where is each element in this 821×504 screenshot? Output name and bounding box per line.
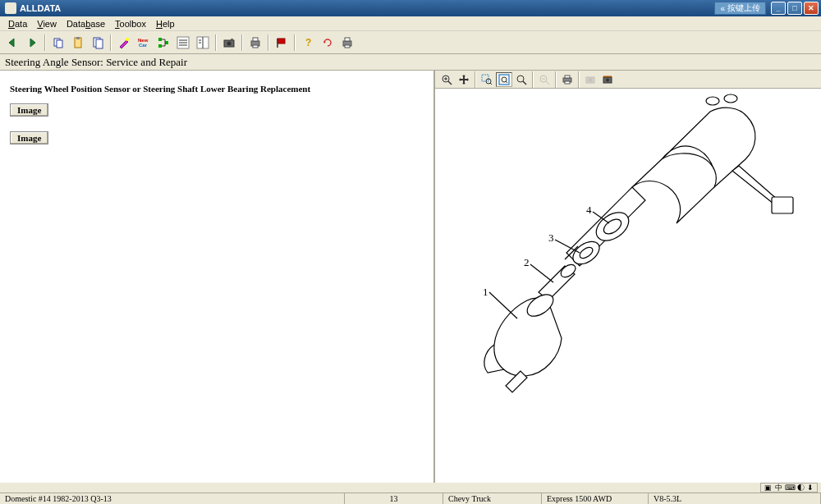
svg-line-45 — [546, 81, 549, 85]
status-bar: Domestic #14 1982-2013 Q3-13 13 Chevy Tr… — [0, 493, 821, 504]
window-controls: _ □ ✕ — [771, 2, 819, 15]
camera-icon[interactable] — [582, 72, 599, 87]
film-icon[interactable] — [599, 72, 616, 87]
svg-rect-49 — [565, 81, 570, 84]
forward-button[interactable] — [23, 34, 41, 52]
zoom-100-icon[interactable] — [513, 72, 530, 87]
svg-text:?: ? — [305, 37, 311, 48]
status-make: Chevy Truck — [443, 493, 542, 504]
back-button[interactable] — [3, 34, 21, 52]
svg-rect-10 — [158, 44, 162, 48]
svg-rect-22 — [231, 39, 233, 40]
diagram-label-2: 2 — [524, 256, 530, 268]
svg-rect-3 — [76, 37, 80, 39]
svg-point-53 — [606, 78, 609, 81]
list-view-button[interactable] — [174, 34, 192, 52]
status-source: Domestic #14 1982-2013 Q3-13 — [0, 493, 345, 504]
svg-point-6 — [126, 38, 129, 41]
diagram-viewport[interactable]: 1 2 3 4 — [435, 89, 821, 483]
pan-icon[interactable] — [456, 72, 472, 87]
window-title: ALLDATA — [20, 3, 714, 13]
main-toolbar: NewCar ? — [0, 31, 821, 54]
zoom-in-icon[interactable] — [438, 72, 455, 87]
split-view-button[interactable] — [194, 34, 212, 52]
svg-point-57 — [724, 94, 737, 103]
svg-rect-31 — [345, 45, 350, 48]
print2-button[interactable] — [338, 34, 356, 52]
svg-line-33 — [448, 81, 452, 85]
zoom-fit-icon[interactable] — [496, 72, 512, 87]
image-pane: 1 2 3 4 — [435, 71, 821, 483]
wizard-button[interactable] — [115, 34, 133, 52]
menu-data[interactable]: Data — [3, 18, 32, 30]
print-image-icon[interactable] — [559, 72, 576, 87]
svg-point-21 — [227, 41, 232, 45]
close-button[interactable]: ✕ — [804, 2, 819, 15]
svg-rect-1 — [57, 40, 62, 48]
menu-view[interactable]: View — [32, 18, 62, 30]
status-engine: V8-5.3L — [649, 493, 821, 504]
svg-rect-11 — [165, 41, 168, 44]
zoom-area-icon[interactable] — [479, 72, 495, 87]
svg-rect-25 — [253, 45, 258, 48]
help-button[interactable]: ? — [299, 34, 317, 52]
menu-bar: Data View Database Toolbox Help — [0, 16, 821, 31]
image-link-2[interactable]: Image — [10, 131, 48, 144]
refresh-button[interactable] — [319, 34, 337, 52]
menu-help[interactable]: Help — [151, 18, 180, 30]
svg-line-41 — [506, 81, 507, 83]
paste-button[interactable] — [69, 34, 87, 52]
svg-line-38 — [490, 83, 492, 85]
window-titlebar: ALLDATA 按键上传 _ □ ✕ — [0, 0, 821, 16]
content-area: Steering Wheel Position Sensor or Steeri… — [0, 71, 821, 483]
status-model: Express 1500 AWD — [542, 493, 649, 504]
svg-rect-9 — [158, 38, 162, 41]
page-heading: Steering Angle Sensor: Service and Repai… — [0, 54, 821, 71]
info-tree-button[interactable] — [154, 34, 172, 52]
camera-button[interactable] — [220, 34, 238, 52]
svg-point-42 — [517, 76, 524, 82]
upload-badge[interactable]: 按键上传 — [714, 2, 766, 15]
svg-point-51 — [589, 78, 592, 81]
app-icon — [5, 2, 16, 14]
flag-button[interactable] — [273, 34, 291, 52]
svg-rect-26 — [277, 39, 285, 44]
svg-rect-55 — [772, 197, 793, 213]
svg-rect-48 — [565, 76, 570, 78]
copy-button[interactable] — [49, 34, 67, 52]
copy-doc-button[interactable] — [89, 34, 107, 52]
diagram-label-3: 3 — [548, 231, 554, 244]
svg-rect-54 — [603, 76, 612, 77]
new-car-button[interactable]: NewCar — [135, 34, 153, 52]
svg-line-64 — [489, 292, 517, 318]
svg-point-56 — [706, 97, 719, 105]
menu-toolbox[interactable]: Toolbox — [110, 18, 151, 30]
diagram-label-1: 1 — [483, 286, 488, 298]
svg-text:Car: Car — [139, 43, 148, 48]
svg-rect-24 — [253, 38, 258, 41]
image-link-1[interactable]: Image — [10, 103, 48, 117]
zoom-out-icon[interactable] — [536, 72, 553, 87]
article-pane: Steering Wheel Position Sensor or Steeri… — [0, 71, 435, 483]
menu-database[interactable]: Database — [62, 18, 110, 30]
svg-rect-30 — [345, 38, 350, 41]
ime-tray[interactable]: ▣中 ⌨ ◐ ⬇ — [760, 483, 818, 493]
minimize-button[interactable]: _ — [771, 2, 786, 15]
maximize-button[interactable]: □ — [787, 2, 802, 15]
diagram-label-4: 4 — [586, 204, 592, 216]
svg-rect-5 — [96, 39, 103, 48]
svg-line-65 — [530, 264, 553, 282]
status-page: 13 — [345, 493, 443, 504]
article-title: Steering Wheel Position Sensor or Steeri… — [10, 84, 424, 94]
svg-rect-39 — [499, 75, 509, 85]
svg-rect-36 — [482, 75, 488, 81]
svg-line-43 — [523, 81, 526, 85]
print-button[interactable] — [246, 34, 264, 52]
steering-column-diagram: 1 2 3 4 — [435, 89, 821, 466]
image-toolbar — [435, 71, 821, 89]
